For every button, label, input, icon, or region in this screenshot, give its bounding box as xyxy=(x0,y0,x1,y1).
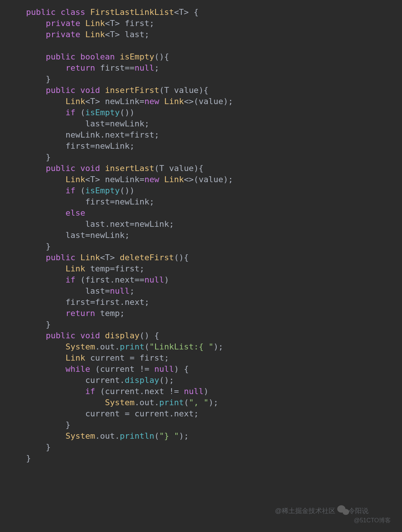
code-token: println xyxy=(120,431,154,441)
code-token: <T> xyxy=(85,175,105,184)
code-token: (T xyxy=(159,86,174,95)
code-token: ); xyxy=(179,431,189,441)
code-line: System.out.print(", "); xyxy=(26,398,218,407)
code-token xyxy=(26,219,85,229)
code-token: ; xyxy=(194,409,198,418)
code-token: first xyxy=(85,197,110,206)
code-token: ; xyxy=(144,297,149,307)
code-line: } xyxy=(26,152,51,162)
code-token: } xyxy=(26,152,51,162)
code-line: first=newLink; xyxy=(26,141,134,151)
code-token: null xyxy=(184,387,204,396)
code-token: out xyxy=(140,398,154,407)
code-token: newLink xyxy=(105,97,140,106)
code-token: isEmpty xyxy=(120,52,154,61)
code-token xyxy=(26,264,66,273)
code-token: = xyxy=(90,297,95,307)
code-token xyxy=(26,353,66,362)
code-line: last.next=newLink; xyxy=(26,219,174,229)
code-line: System.out.print("LinkList:{ "); xyxy=(26,342,223,351)
code-token: Link xyxy=(164,175,184,184)
code-line: public Link<T> deleteFirst(){ xyxy=(26,253,189,262)
code-token: new xyxy=(144,97,164,106)
code-token: . xyxy=(115,342,119,351)
code-token: (); xyxy=(159,375,174,385)
code-token: current xyxy=(100,364,135,374)
code-token: if xyxy=(66,275,80,284)
code-token: ); xyxy=(208,398,218,407)
code-line: current = current.next; xyxy=(26,409,199,418)
code-token xyxy=(26,409,85,418)
code-token: (){ xyxy=(174,253,189,262)
code-token xyxy=(26,186,66,195)
code-token: = xyxy=(140,97,144,106)
code-token xyxy=(26,130,66,139)
code-token xyxy=(26,19,46,28)
code-token: isEmpty xyxy=(85,108,120,117)
code-token: ) xyxy=(164,275,169,284)
code-line: } xyxy=(26,420,70,429)
code-token: <T> xyxy=(105,19,125,28)
code-token: ( xyxy=(80,275,85,284)
code-token: next xyxy=(115,275,134,284)
code-line: last=newLink; xyxy=(26,230,130,240)
code-token xyxy=(26,119,85,128)
watermark-left-text: @稀土掘金技术社区 xyxy=(275,507,335,515)
code-token: newLink xyxy=(95,141,130,151)
code-token: ){ xyxy=(199,86,209,95)
code-line: return first==null; xyxy=(26,63,159,72)
watermark-right-top-text: 令阳说 xyxy=(348,507,368,515)
code-token: ; xyxy=(130,286,134,296)
code-token: newLink xyxy=(110,119,144,128)
code-line: public class FirstLastLinkList<T> { xyxy=(26,7,199,17)
code-token: first xyxy=(85,275,110,284)
code-token: . xyxy=(110,275,115,284)
code-token xyxy=(26,364,66,374)
code-line: System.out.println("} "); xyxy=(26,431,189,441)
code-token: = xyxy=(110,197,115,206)
code-token xyxy=(26,342,66,351)
code-token: != xyxy=(134,364,154,374)
code-token: Link xyxy=(66,175,85,184)
code-token: first xyxy=(125,19,149,28)
code-token: public xyxy=(26,7,61,17)
code-token: boolean xyxy=(80,52,120,61)
code-token: null xyxy=(144,275,164,284)
code-token: next xyxy=(105,130,125,139)
code-token: deleteFirst xyxy=(120,253,174,262)
code-token: . xyxy=(140,387,144,396)
code-token: private xyxy=(46,30,85,39)
code-token: newLink xyxy=(90,230,125,240)
code-token xyxy=(26,175,66,184)
code-token: <T> xyxy=(105,30,125,39)
code-token: new xyxy=(144,175,164,184)
code-token: next xyxy=(174,409,194,418)
code-line: first=first.next; xyxy=(26,297,149,307)
code-line: public boolean isEmpty(){ xyxy=(26,52,169,61)
code-token: () { xyxy=(140,331,159,340)
code-token: last xyxy=(85,119,105,128)
code-token xyxy=(26,387,85,396)
watermark-bottom: @51CTO博客 xyxy=(354,517,391,525)
code-token xyxy=(26,309,66,318)
code-token: value xyxy=(199,175,223,184)
code-line: if (first.next==null) xyxy=(26,275,169,284)
code-token: ; xyxy=(120,309,125,318)
code-line: if (current.next != null) xyxy=(26,387,208,396)
code-token: current xyxy=(85,409,120,418)
code-line: if (isEmpty()) xyxy=(26,108,134,117)
code-token: ; xyxy=(154,63,159,72)
code-token: <>( xyxy=(184,175,199,184)
code-token: = xyxy=(90,141,95,151)
code-token: out xyxy=(100,431,115,441)
code-token: ; xyxy=(125,230,130,240)
code-line: } xyxy=(26,242,51,251)
code-token: ; xyxy=(130,141,134,151)
code-line: private Link<T> first; xyxy=(26,19,154,28)
code-token: } xyxy=(26,442,51,452)
code-token xyxy=(26,275,66,284)
code-token: null xyxy=(110,286,130,296)
code-token: = xyxy=(120,409,135,418)
code-line: Link<T> newLink=new Link<>(value); xyxy=(26,97,233,106)
code-token: . xyxy=(120,375,125,385)
